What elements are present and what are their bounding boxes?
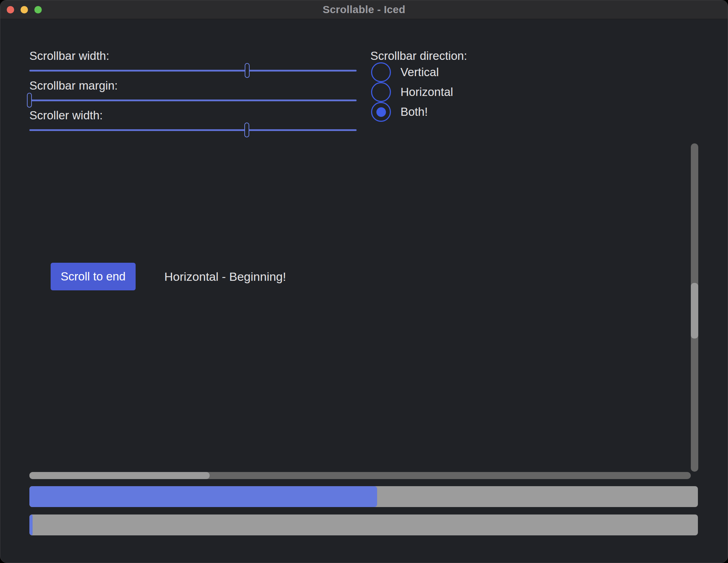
radio-dot-icon <box>376 107 386 117</box>
radio-horizontal[interactable]: Horizontal <box>371 82 453 102</box>
horizontal-progress-bar <box>29 486 698 507</box>
slider-handle[interactable] <box>245 63 250 78</box>
scrollbar-direction-label: Scrollbar direction: <box>370 49 467 63</box>
zoom-button[interactable] <box>34 6 42 13</box>
traffic-lights <box>7 0 42 19</box>
slider-track[interactable] <box>29 70 357 72</box>
radio-vertical[interactable]: Vertical <box>371 62 439 82</box>
scroll-status-text: Horizontal - Beginning! <box>164 263 286 290</box>
slider-track[interactable] <box>29 99 357 101</box>
scrollbar-width-slider[interactable] <box>29 63 357 78</box>
radio-vertical-label: Vertical <box>400 66 439 79</box>
horizontal-scrollbar-thumb[interactable] <box>29 472 210 479</box>
close-button[interactable] <box>7 6 14 13</box>
window-title: Scrollable - Iced <box>323 4 405 16</box>
progress-fill <box>29 486 377 507</box>
radio-circle-icon[interactable] <box>371 62 391 82</box>
radio-both[interactable]: Both! <box>371 102 428 122</box>
radio-circle-icon[interactable] <box>371 82 391 102</box>
minimize-button[interactable] <box>21 6 28 13</box>
radio-circle-icon[interactable] <box>371 102 391 122</box>
progress-fill <box>29 514 33 535</box>
scroll-to-end-button[interactable]: Scroll to end <box>51 263 136 290</box>
vertical-progress-bar <box>29 514 698 535</box>
scrollbar-margin-slider[interactable] <box>29 93 357 108</box>
title-bar: Scrollable - Iced <box>0 0 728 19</box>
horizontal-scrollbar[interactable] <box>29 472 691 479</box>
vertical-scrollbar[interactable] <box>691 143 698 472</box>
radio-both-label: Both! <box>400 105 428 119</box>
slider-handle[interactable] <box>244 123 249 137</box>
scrollbar-width-label: Scrollbar width: <box>29 49 109 63</box>
app-window: Scrollable - Iced Scrollbar width: Scrol… <box>0 0 728 563</box>
scroller-width-slider[interactable] <box>29 123 357 137</box>
scroller-width-label: Scroller width: <box>29 109 103 122</box>
scrollbar-margin-label: Scrollbar margin: <box>29 79 118 92</box>
slider-track[interactable] <box>29 129 357 131</box>
slider-handle[interactable] <box>27 93 32 108</box>
radio-horizontal-label: Horizontal <box>400 85 453 99</box>
vertical-scrollbar-thumb[interactable] <box>691 283 698 339</box>
